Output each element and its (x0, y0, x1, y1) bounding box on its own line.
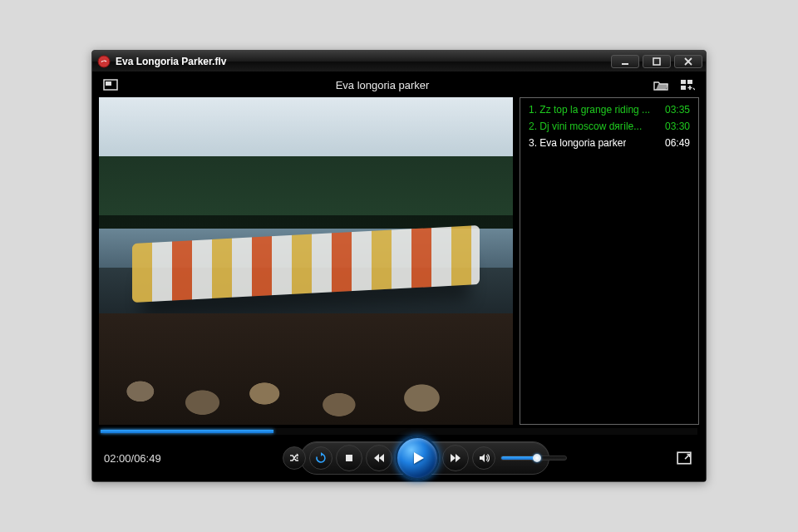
play-button[interactable] (396, 436, 439, 480)
shuffle-button[interactable] (283, 446, 306, 470)
volume-fill (501, 456, 537, 460)
open-file-button[interactable] (651, 76, 671, 93)
app-icon (97, 55, 111, 68)
volume-group (472, 446, 567, 470)
player-window: Eva Longoria Parker.flv Eva longoria par… (91, 50, 707, 482)
close-button[interactable] (674, 55, 702, 68)
controls-bar: 02:00/06:49 (92, 435, 706, 481)
window-buttons (611, 55, 702, 68)
seek-progress-fill (101, 430, 273, 433)
playlist-toggle-button[interactable] (677, 76, 697, 93)
volume-slider[interactable] (500, 456, 567, 461)
svg-rect-7 (681, 86, 686, 90)
svg-rect-4 (106, 81, 111, 86)
time-display: 02:00/06:49 (104, 452, 175, 465)
fast-forward-button[interactable] (442, 445, 469, 471)
minimize-button[interactable] (611, 55, 639, 68)
video-viewport[interactable] (99, 97, 513, 425)
playlist-item-title: 1. Zz top la grange riding ... (529, 104, 650, 116)
playlist-item-duration: 03:30 (665, 121, 690, 132)
aspect-ratio-button[interactable] (101, 76, 121, 93)
volume-knob[interactable] (533, 454, 541, 462)
playlist-item-title: 3. Eva longoria parker (529, 137, 626, 149)
svg-rect-1 (622, 63, 628, 65)
maximize-button[interactable] (643, 55, 671, 68)
playlist-item[interactable]: 1. Zz top la grange riding ...03:35 (522, 101, 697, 118)
playlist-item-duration: 03:35 (665, 104, 690, 116)
playlist-item[interactable]: 3. Eva longoria parker06:49 (522, 135, 697, 151)
main-area: 1. Zz top la grange riding ...03:352. Dj… (92, 97, 706, 425)
window-title: Eva Longoria Parker.flv (116, 56, 611, 67)
playlist-item-title: 2. Dj vini moscow dягile... (529, 121, 642, 132)
transport-cluster (184, 436, 666, 480)
sub-toolbar: Eva longoria parker (92, 72, 706, 97)
video-frame (99, 97, 513, 425)
svg-rect-5 (681, 80, 686, 84)
repeat-button[interactable] (309, 446, 332, 470)
titlebar: Eva Longoria Parker.flv (92, 51, 706, 72)
svg-rect-8 (346, 455, 352, 461)
playlist-panel: 1. Zz top la grange riding ...03:352. Dj… (520, 97, 699, 425)
mute-button[interactable] (472, 446, 495, 470)
seek-bar[interactable] (101, 428, 697, 435)
rewind-button[interactable] (366, 445, 392, 471)
svg-rect-6 (687, 80, 692, 84)
playlist-item[interactable]: 2. Dj vini moscow dягile...03:30 (522, 118, 697, 135)
now-playing-title: Eva longoria parker (121, 79, 644, 91)
fullscreen-button[interactable] (674, 450, 694, 466)
playlist-item-duration: 06:49 (665, 137, 690, 149)
svg-point-0 (98, 56, 110, 67)
stop-button[interactable] (336, 445, 362, 471)
svg-rect-2 (653, 58, 660, 65)
